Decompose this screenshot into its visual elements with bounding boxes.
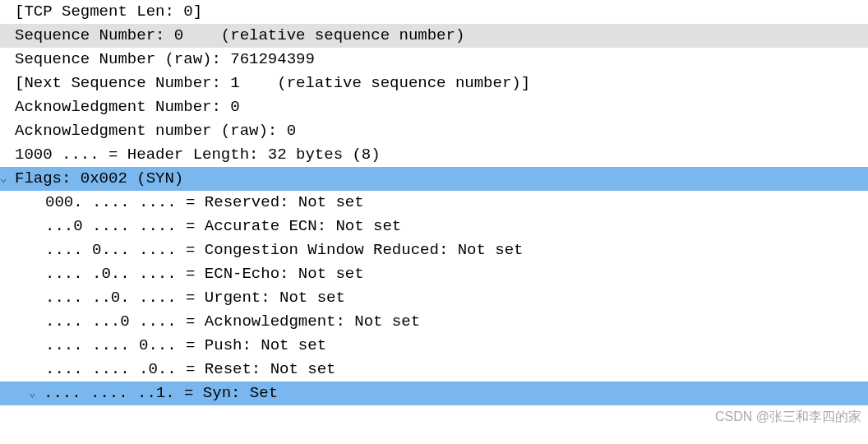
- flag-ecn-echo[interactable]: .... .0.. .... = ECN-Echo: Not set: [0, 262, 868, 286]
- flag-urgent[interactable]: .... ..0. .... = Urgent: Not set: [0, 286, 868, 310]
- flag-reserved[interactable]: 000. .... .... = Reserved: Not set: [0, 191, 868, 215]
- field-sequence-number-relative[interactable]: Sequence Number: 0 (relative sequence nu…: [0, 24, 868, 48]
- field-header-length[interactable]: 1000 .... = Header Length: 32 bytes (8): [0, 143, 868, 167]
- field-acknowledgment-number[interactable]: Acknowledgment Number: 0: [0, 95, 868, 119]
- field-flags[interactable]: ⌄ Flags: 0x002 (SYN): [0, 167, 868, 191]
- flag-reset[interactable]: .... .... .0.. = Reset: Not set: [0, 358, 868, 382]
- flag-push[interactable]: .... .... 0... = Push: Not set: [0, 334, 868, 358]
- field-tcp-segment-len[interactable]: [TCP Segment Len: 0]: [0, 0, 868, 24]
- field-acknowledgment-number-raw[interactable]: Acknowledgment number (raw): 0: [0, 119, 868, 143]
- field-sequence-number-raw[interactable]: Sequence Number (raw): 761294399: [0, 48, 868, 72]
- field-flags-label: Flags: 0x002 (SYN): [15, 167, 183, 191]
- field-next-sequence-number[interactable]: [Next Sequence Number: 1 (relative seque…: [0, 72, 868, 95]
- flag-syn-label: .... .... ..1. = Syn: Set: [44, 382, 278, 405]
- flag-acknowledgment[interactable]: .... ...0 .... = Acknowledgment: Not set: [0, 310, 868, 334]
- chevron-down-icon[interactable]: ⌄: [0, 167, 15, 191]
- flag-syn[interactable]: ⌄ .... .... ..1. = Syn: Set: [0, 382, 868, 405]
- flag-accurate-ecn[interactable]: ...0 .... .... = Accurate ECN: Not set: [0, 215, 868, 238]
- flag-cwr[interactable]: .... 0... .... = Congestion Window Reduc…: [0, 238, 868, 262]
- chevron-down-icon[interactable]: ⌄: [29, 382, 44, 405]
